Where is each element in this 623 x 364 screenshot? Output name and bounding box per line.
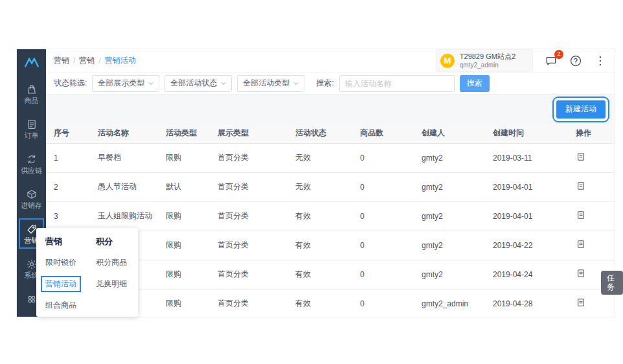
cell-creator: gmty2 <box>414 143 485 172</box>
topbar: 营销/营销/营销活动 M T29829 GM站点2 qmty2_admin 2 <box>46 49 615 73</box>
cell-display: 首页分类 <box>210 143 288 172</box>
inventory-icon <box>26 188 38 200</box>
table-row: 2愚人节活动默认首页分类无效0gmty22019-04-01 <box>46 172 615 201</box>
sidebar-item-goods[interactable]: 商品 <box>19 79 43 108</box>
column-header: 操作 <box>568 124 615 143</box>
message-count-badge: 2 <box>554 50 563 59</box>
cell-goods: 0 <box>352 172 414 201</box>
account-info: T29829 GM站点2 qmty2_admin <box>460 52 515 69</box>
cell-status: 无效 <box>288 143 352 172</box>
submenu-item[interactable]: 组合商品 <box>41 298 80 313</box>
app-logo[interactable] <box>23 54 40 71</box>
cell-goods: 0 <box>352 289 414 317</box>
cell-display: 首页分类 <box>210 289 288 317</box>
apps-icon <box>26 293 38 305</box>
site-name: T29829 GM站点2 <box>460 52 515 61</box>
breadcrumb: 营销/营销/营销活动 <box>54 55 136 66</box>
search-button[interactable]: 搜索 <box>460 75 490 92</box>
brand-logo: M <box>440 54 455 68</box>
cell-actions <box>568 172 615 201</box>
column-header: 创建时间 <box>485 124 568 143</box>
view-detail-button[interactable] <box>576 239 586 249</box>
app-window: 商品订单供应链进销存营销系统 营销/营销/营销活动 M T29829 GM站点2… <box>16 49 615 317</box>
dropdown-value: 全部活动状态 <box>170 78 217 89</box>
cell-goods: 0 <box>352 231 414 260</box>
sidebar-item-inventory[interactable]: 进销存 <box>19 184 43 213</box>
submenu-group-title: 积分 <box>96 236 131 247</box>
cell-type: 默认 <box>158 172 210 201</box>
view-detail-button[interactable] <box>576 152 586 162</box>
marketing-submenu: 营销限时锁价营销活动组合商品优惠券积分积分商品兑换明细 <box>36 228 138 317</box>
cell-status: 有效 <box>288 201 352 231</box>
column-header: 商品数 <box>352 124 414 143</box>
submenu-item[interactable]: 兑换明细 <box>92 277 131 291</box>
filter-dropdown-activity-status[interactable]: 全部活动状态 <box>164 75 232 92</box>
submenu-item[interactable]: 积分商品 <box>92 255 131 270</box>
cell-type: 限购 <box>158 201 210 231</box>
cell-name: 玉人姐限购活动 <box>90 201 158 231</box>
sidebar-item-label: 进销存 <box>21 202 42 209</box>
cell-display: 首页分类 <box>210 231 288 260</box>
submenu-item[interactable]: 限时锁价 <box>41 255 80 270</box>
dropdown-value: 全部展示类型 <box>98 78 144 89</box>
cell-created: 2019-03-11 <box>485 143 568 172</box>
cell-status: 有效 <box>288 260 352 289</box>
search-input[interactable] <box>339 75 455 92</box>
cell-creator: gmty2 <box>414 172 485 201</box>
breadcrumb-item[interactable]: 营销活动 <box>105 55 136 66</box>
cell-type: 限购 <box>158 143 210 172</box>
cell-created: 2019-04-01 <box>485 201 568 231</box>
cell-display: 首页分类 <box>210 201 288 231</box>
system-icon <box>26 258 38 270</box>
view-detail-button[interactable] <box>576 268 586 279</box>
dropdown-value: 全部活动类型 <box>243 78 289 89</box>
column-header: 序号 <box>46 124 90 143</box>
column-header: 创建人 <box>414 124 485 143</box>
filter-dropdown-display-type[interactable]: 全部展示类型 <box>92 75 159 92</box>
cell-created: 2019-04-22 <box>485 231 568 260</box>
messages-button[interactable]: 2 <box>545 54 558 67</box>
chevron-down-icon <box>220 80 227 87</box>
toolbar: 新建活动 <box>46 95 615 124</box>
cell-name: 愚人节活动 <box>90 172 158 201</box>
new-activity-button[interactable]: 新建活动 <box>556 100 606 119</box>
task-badge[interactable]: 任务 <box>601 271 623 295</box>
sidebar-item-label: 供应链 <box>21 167 42 174</box>
cell-goods: 0 <box>352 143 414 172</box>
submenu-item[interactable]: 营销活动 <box>41 277 80 291</box>
cell-created: 2019-04-24 <box>485 260 568 289</box>
breadcrumb-item[interactable]: 营销 <box>54 55 69 66</box>
view-detail-button[interactable] <box>576 181 586 191</box>
cell-goods: 0 <box>352 260 414 289</box>
cell-display: 首页分类 <box>210 172 288 201</box>
topbar-actions: M T29829 GM站点2 qmty2_admin 2 <box>436 49 607 72</box>
filter-dropdown-activity-type[interactable]: 全部活动类型 <box>237 75 304 92</box>
sidebar-item-label: 订单 <box>25 132 39 139</box>
cell-type: 限购 <box>158 231 210 260</box>
cell-status: 有效 <box>288 231 352 260</box>
cell-status: 有效 <box>288 289 352 317</box>
cell-display: 首页分类 <box>210 260 288 289</box>
cell-created: 2019-04-28 <box>485 289 568 317</box>
view-detail-button[interactable] <box>576 210 586 220</box>
cell-status: 无效 <box>288 172 352 201</box>
chevron-down-icon <box>147 80 155 87</box>
help-button[interactable] <box>569 54 582 67</box>
column-header: 活动状态 <box>288 124 352 143</box>
account-pill[interactable]: M T29829 GM站点2 qmty2_admin <box>436 49 533 72</box>
submenu-group-title: 营销 <box>45 236 80 247</box>
sidebar-item-supply-chain[interactable]: 供应链 <box>19 149 43 178</box>
filter-dropdowns: 全部展示类型全部活动状态全部活动类型 <box>92 75 304 92</box>
cell-actions <box>568 231 615 260</box>
column-header: 活动名称 <box>90 124 158 143</box>
sidebar-item-orders[interactable]: 订单 <box>19 114 43 143</box>
cell-creator: gmty2 <box>414 260 485 289</box>
view-detail-button[interactable] <box>576 297 586 308</box>
breadcrumb-item[interactable]: 营销 <box>79 55 95 66</box>
cell-type: 限购 <box>158 260 210 289</box>
screen: 商品订单供应链进销存营销系统 营销/营销/营销活动 M T29829 GM站点2… <box>0 0 623 364</box>
more-menu-button[interactable] <box>594 54 607 67</box>
breadcrumb-separator: / <box>73 56 75 65</box>
search-label: 搜索: <box>316 78 334 89</box>
brand-letter: M <box>444 56 451 65</box>
